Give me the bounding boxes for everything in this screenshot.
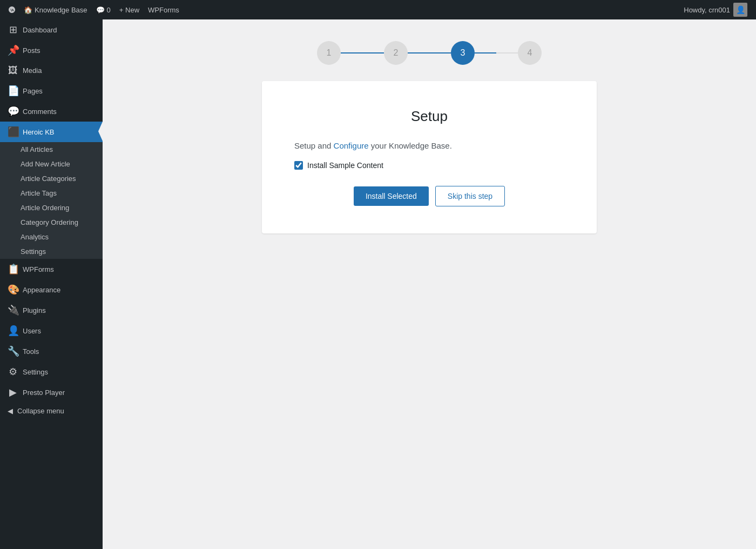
sidebar-sub-article-tags[interactable]: Article Tags: [0, 186, 103, 200]
sidebar-item-comments[interactable]: 💬 Comments: [0, 101, 103, 122]
tools-icon: 🔧: [8, 345, 18, 357]
step-1: 1: [317, 41, 341, 65]
install-sample-row: Install Sample Content: [294, 161, 564, 170]
sidebar-sub-add-new-article[interactable]: Add New Article: [0, 157, 103, 171]
stepper: 1 2 3 4: [317, 41, 542, 65]
sidebar-item-users[interactable]: 👤 Users: [0, 320, 103, 341]
sidebar-sub-analytics[interactable]: Analytics: [0, 230, 103, 244]
dashboard-icon: ⊞: [8, 24, 18, 36]
admin-bar-site[interactable]: 🏠 Knowledge Base: [19, 0, 92, 19]
button-row: Install Selected Skip this step: [294, 186, 564, 206]
sidebar-sub-all-articles[interactable]: All Articles: [0, 142, 103, 157]
sidebar-item-heroic-kb[interactable]: ⬛ Heroic KB: [0, 122, 103, 142]
sidebar-sub-article-ordering[interactable]: Article Ordering: [0, 200, 103, 215]
sidebar-collapse[interactable]: ◀ Collapse menu: [0, 403, 103, 419]
sidebar: ⊞ Dashboard 📌 Posts 🖼 Media 📄 Pages 💬 Co…: [0, 19, 103, 549]
sidebar-item-dashboard[interactable]: ⊞ Dashboard: [0, 19, 103, 40]
skip-step-button[interactable]: Skip this step: [435, 186, 505, 206]
comment-icon: 💬: [96, 6, 105, 14]
settings-icon: ⚙: [8, 366, 18, 378]
admin-bar-comments[interactable]: 💬 0: [92, 0, 115, 19]
plugins-icon: 🔌: [8, 304, 18, 316]
install-selected-button[interactable]: Install Selected: [354, 186, 429, 206]
step-line-1: [341, 52, 384, 53]
collapse-icon: ◀: [8, 407, 13, 415]
install-sample-checkbox[interactable]: [294, 161, 303, 170]
sidebar-sub-category-ordering[interactable]: Category Ordering: [0, 215, 103, 230]
admin-bar-wpforms[interactable]: WPForms: [144, 0, 184, 19]
sidebar-item-presto-player[interactable]: ▶ Presto Player: [0, 382, 103, 403]
content-area: 1 2 3 4 Setup Setup and Configure your K…: [103, 19, 756, 549]
sidebar-item-plugins[interactable]: 🔌 Plugins: [0, 300, 103, 320]
heroic-kb-icon: ⬛: [8, 126, 18, 138]
sidebar-item-pages[interactable]: 📄 Pages: [0, 81, 103, 101]
setup-title: Setup: [294, 108, 564, 125]
sidebar-item-posts[interactable]: 📌 Posts: [0, 40, 103, 61]
sidebar-item-settings[interactable]: ⚙ Settings: [0, 361, 103, 382]
setup-card: Setup Setup and Configure your Knowledge…: [262, 81, 597, 233]
configure-link[interactable]: Configure: [334, 141, 369, 150]
setup-description: Setup and Configure your Knowledge Base.: [294, 141, 564, 150]
wp-logo[interactable]: [4, 0, 19, 19]
sidebar-sub-settings[interactable]: Settings: [0, 244, 103, 259]
admin-bar-new[interactable]: + New: [115, 0, 144, 19]
admin-bar-howdy: Howdy, crn001 👤: [679, 3, 752, 17]
comments-icon: 💬: [8, 105, 18, 117]
presto-icon: ▶: [8, 386, 18, 398]
home-icon: 🏠: [24, 6, 32, 14]
avatar: 👤: [733, 3, 747, 17]
step-3: 3: [451, 41, 475, 65]
install-sample-label[interactable]: Install Sample Content: [307, 161, 383, 170]
sidebar-item-tools[interactable]: 🔧 Tools: [0, 341, 103, 361]
step-line-3: [475, 52, 518, 53]
step-4: 4: [518, 41, 542, 65]
sidebar-item-appearance[interactable]: 🎨 Appearance: [0, 279, 103, 300]
posts-icon: 📌: [8, 44, 18, 56]
wpforms-icon: 📋: [8, 263, 18, 275]
sidebar-sub-article-categories[interactable]: Article Categories: [0, 171, 103, 186]
admin-bar: 🏠 Knowledge Base 💬 0 + New WPForms Howdy…: [0, 0, 756, 19]
media-icon: 🖼: [8, 65, 18, 76]
step-2: 2: [384, 41, 408, 65]
sidebar-sub-heroic-kb: All Articles Add New Article Article Cat…: [0, 142, 103, 259]
sidebar-item-wpforms[interactable]: 📋 WPForms: [0, 259, 103, 279]
step-line-2: [408, 52, 451, 53]
pages-icon: 📄: [8, 85, 18, 97]
sidebar-item-media[interactable]: 🖼 Media: [0, 61, 103, 81]
appearance-icon: 🎨: [8, 284, 18, 296]
users-icon: 👤: [8, 325, 18, 337]
